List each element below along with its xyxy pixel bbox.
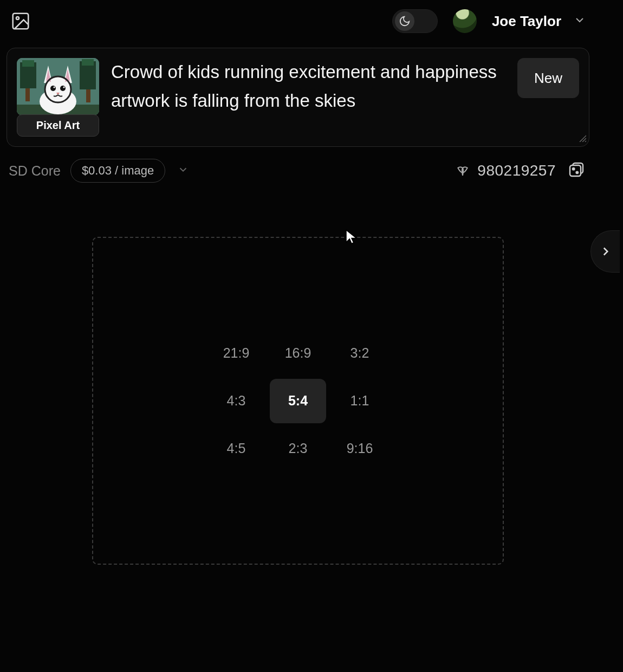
aspect-ratio-grid: 21:916:93:24:35:41:14:52:39:16 xyxy=(208,331,388,471)
seed-value[interactable]: 980219257 xyxy=(477,162,556,179)
settings-row: SD Core $0.03 / image 980219257 xyxy=(5,159,590,183)
theme-toggle[interactable] xyxy=(392,9,438,33)
new-button[interactable]: New xyxy=(517,58,579,98)
svg-rect-7 xyxy=(25,88,30,101)
aspect-ratio-option[interactable]: 2:3 xyxy=(270,427,326,471)
prompt-card: Pixel Art Crowd of kids running exciteme… xyxy=(7,48,589,147)
prompt-text[interactable]: Crowd of kids running excitement and hap… xyxy=(111,58,579,137)
model-name: SD Core xyxy=(9,163,61,179)
svg-point-18 xyxy=(573,168,574,170)
svg-rect-0 xyxy=(13,14,29,29)
price-pill[interactable]: $0.03 / image xyxy=(70,159,165,183)
aspect-ratio-option[interactable]: 21:9 xyxy=(208,331,264,376)
svg-rect-4 xyxy=(22,60,34,67)
svg-rect-17 xyxy=(570,165,581,176)
avatar[interactable] xyxy=(453,9,477,33)
canvas-dropzone[interactable]: 21:916:93:24:35:41:14:52:39:16 xyxy=(92,237,504,565)
svg-point-16 xyxy=(63,87,65,88)
svg-point-19 xyxy=(576,172,578,173)
canvas-area: 21:916:93:24:35:41:14:52:39:16 xyxy=(5,237,590,565)
chevron-down-icon[interactable] xyxy=(573,14,586,29)
svg-point-13 xyxy=(50,86,56,91)
svg-rect-8 xyxy=(86,89,90,102)
seed-icon xyxy=(456,163,470,179)
app-header: Joe Taylor xyxy=(5,0,590,42)
username-label: Joe Taylor xyxy=(492,13,561,30)
style-thumbnail[interactable] xyxy=(17,58,99,115)
expand-panel-button[interactable] xyxy=(590,230,620,273)
aspect-ratio-option[interactable]: 3:2 xyxy=(332,331,388,376)
chevron-down-icon[interactable] xyxy=(177,164,189,178)
moon-icon xyxy=(395,11,414,31)
svg-rect-6 xyxy=(82,59,94,66)
aspect-ratio-option[interactable]: 1:1 xyxy=(332,379,388,423)
svg-point-15 xyxy=(54,87,55,88)
aspect-ratio-option[interactable]: 4:3 xyxy=(208,379,264,423)
aspect-ratio-option[interactable]: 5:4 xyxy=(270,379,326,423)
dice-icon[interactable] xyxy=(568,161,587,180)
aspect-ratio-option[interactable]: 16:9 xyxy=(270,331,326,376)
resize-grip-icon[interactable] xyxy=(577,133,586,144)
svg-point-1 xyxy=(16,17,19,20)
style-label[interactable]: Pixel Art xyxy=(17,114,99,137)
image-placeholder-icon[interactable] xyxy=(10,10,31,32)
svg-point-14 xyxy=(60,86,66,91)
aspect-ratio-option[interactable]: 4:5 xyxy=(208,427,264,471)
aspect-ratio-option[interactable]: 9:16 xyxy=(332,427,388,471)
